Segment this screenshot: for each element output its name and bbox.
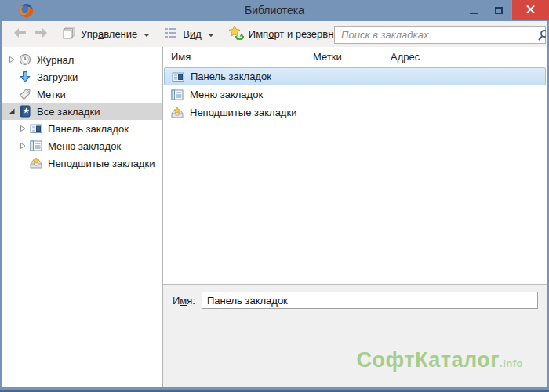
sidebar-item-label: Метки xyxy=(37,89,66,100)
expander-spacer xyxy=(7,72,17,82)
bookmarks-pane: Имя Метки Адрес Панель закладокМеню закл… xyxy=(163,47,547,387)
organize-icon xyxy=(62,26,76,42)
sidebar-item-label: Панель закладок xyxy=(48,123,129,135)
name-field[interactable] xyxy=(202,292,538,309)
back-button[interactable] xyxy=(13,27,27,41)
list-body: Панель закладокМеню закладокНеподшитые з… xyxy=(163,67,547,122)
history-clock-icon xyxy=(19,53,32,67)
sidebar: ЖурналЗагрузкиМеткиВсе закладкиПанель за… xyxy=(2,47,163,387)
minimize-icon xyxy=(470,13,478,14)
sidebar-item[interactable]: Загрузки xyxy=(2,68,162,85)
view-menu-label: Вид xyxy=(183,28,202,40)
sidebar-item-label: Все закладки xyxy=(37,106,100,118)
row-name-label: Неподшитые закладки xyxy=(190,107,296,118)
tag-icon xyxy=(19,88,32,101)
all-bookmarks-icon xyxy=(19,105,32,118)
bookmarks-toolbar-icon xyxy=(172,70,185,83)
toolbar: Управление Вид xyxy=(2,21,547,47)
manage-menu-label: Управление xyxy=(81,28,137,40)
bookmarks-menu-icon xyxy=(171,88,184,101)
close-icon xyxy=(526,5,535,14)
column-separator[interactable] xyxy=(384,49,384,65)
sidebar-item-label: Журнал xyxy=(37,54,74,66)
sidebar-item[interactable]: Метки xyxy=(2,85,162,103)
sidebar-item-label: Меню закладок xyxy=(48,140,121,152)
close-button[interactable] xyxy=(511,0,549,20)
table-row[interactable]: Неподшитые закладки xyxy=(164,103,546,122)
minimize-button[interactable] xyxy=(461,0,486,20)
column-header-tags[interactable]: Метки xyxy=(313,51,342,63)
maximize-icon xyxy=(495,7,503,14)
content-area: ЖурналЗагрузкиМеткиВсе закладкиПанель за… xyxy=(2,47,547,387)
list-header: Имя Метки Адрес xyxy=(163,47,547,67)
import-backup-icon xyxy=(228,26,244,42)
sidebar-item-label: Загрузки xyxy=(37,71,78,83)
chevron-down-icon xyxy=(208,34,214,37)
bookmarks-menu-icon xyxy=(30,140,43,153)
expander-collapsed-icon[interactable] xyxy=(18,141,28,151)
expander-expanded-icon[interactable] xyxy=(7,107,17,116)
unsorted-bookmarks-icon xyxy=(30,157,43,170)
table-row[interactable]: Панель закладок xyxy=(164,67,546,85)
expander-collapsed-icon[interactable] xyxy=(7,55,17,64)
maximize-button[interactable] xyxy=(486,0,511,20)
table-row[interactable]: Меню закладок xyxy=(164,85,546,103)
row-name-label: Меню закладок xyxy=(190,89,263,100)
chevron-down-icon xyxy=(144,34,150,37)
forward-button[interactable] xyxy=(35,27,48,41)
bookmarks-toolbar-icon xyxy=(30,122,43,136)
row-name-label: Панель закладок xyxy=(191,71,271,82)
library-window: Библиотека Управление xyxy=(0,0,549,392)
sidebar-item[interactable]: Меню закладок xyxy=(2,137,162,154)
column-header-address[interactable]: Адрес xyxy=(391,51,420,63)
view-menu-button[interactable]: Вид xyxy=(164,27,214,42)
sidebar-item[interactable]: Неподшитые закладки xyxy=(2,154,162,172)
view-list-icon xyxy=(164,27,178,42)
name-field-label: Имя: xyxy=(173,295,195,307)
unsorted-bookmarks-icon xyxy=(171,106,184,119)
detail-panel: Имя: СофтКаталог.info xyxy=(163,284,547,387)
expander-collapsed-icon[interactable] xyxy=(18,124,28,133)
manage-menu-button[interactable]: Управление xyxy=(62,26,150,42)
sidebar-item[interactable]: Панель закладок xyxy=(2,120,162,137)
sidebar-item[interactable]: Все закладки xyxy=(2,103,162,120)
search-input[interactable] xyxy=(334,26,546,44)
column-separator[interactable] xyxy=(307,49,307,65)
expander-spacer xyxy=(18,158,28,168)
watermark: СофтКаталог.info xyxy=(356,348,523,372)
titlebar[interactable]: Библиотека xyxy=(0,0,549,21)
downloads-arrow-icon xyxy=(19,71,32,84)
column-header-name[interactable]: Имя xyxy=(171,51,191,63)
sidebar-item-label: Неподшитые закладки xyxy=(48,158,155,169)
sidebar-item[interactable]: Журнал xyxy=(2,51,162,68)
expander-spacer xyxy=(7,89,17,99)
